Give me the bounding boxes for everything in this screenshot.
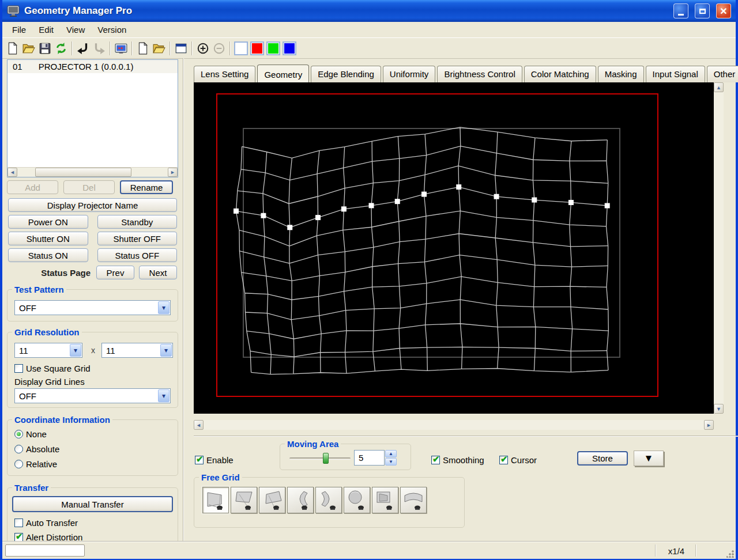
menu-version[interactable]: Version xyxy=(91,23,133,36)
projector-list-scrollbar[interactable]: ◄ ► xyxy=(7,167,178,177)
checkbox-box[interactable]: ✔ xyxy=(14,533,23,542)
projector-list-item[interactable]: 01PROJECTOR 1 (0.0.0.1) xyxy=(7,60,178,73)
spin-up-icon[interactable]: ▲ xyxy=(385,450,397,457)
moving-area-value[interactable]: 5 xyxy=(354,450,385,466)
new-file-icon[interactable] xyxy=(5,40,21,56)
cursor-checkbox[interactable]: ✔ Cursor xyxy=(499,455,537,465)
grid-control-handle[interactable] xyxy=(605,203,610,208)
radio-absolute[interactable]: Absolute xyxy=(14,444,59,454)
smoothing-checkbox[interactable]: ✔ Smoothing xyxy=(431,455,484,465)
radio-circle[interactable] xyxy=(14,430,23,438)
title-bar[interactable]: Geometry Manager Pro ✕ xyxy=(2,0,736,22)
use-square-grid-checkbox[interactable]: ✔ Use Square Grid xyxy=(14,364,91,373)
free-grid-screen-curve-concave-flip-icon[interactable] xyxy=(315,487,342,513)
tab-masking[interactable]: Masking xyxy=(598,66,644,82)
standby-button[interactable]: Standby xyxy=(97,215,178,229)
tab-input-signal[interactable]: Input Signal xyxy=(646,66,705,82)
menu-view[interactable]: View xyxy=(60,23,91,36)
store-dropdown-button[interactable]: ▼ xyxy=(634,451,664,466)
shutter-off-button[interactable]: Shutter OFF xyxy=(97,232,178,245)
tab-brightness-control[interactable]: Brightness Control xyxy=(437,66,522,82)
grid-control-handle[interactable] xyxy=(341,206,347,211)
scroll-track[interactable] xyxy=(204,420,704,430)
chevron-down-icon[interactable]: ▾ xyxy=(160,344,172,357)
radio-none[interactable]: None xyxy=(14,429,47,439)
projector-list[interactable]: 01PROJECTOR 1 (0.0.0.1) ◄ ► xyxy=(7,59,178,177)
scroll-right-icon[interactable]: ► xyxy=(704,420,714,430)
test-color-red[interactable] xyxy=(250,41,264,55)
tab-color-matching[interactable]: Color Matching xyxy=(524,66,596,82)
grid-control-handle[interactable] xyxy=(261,213,266,218)
checkbox-box[interactable]: ✔ xyxy=(195,456,204,464)
scroll-left-icon[interactable]: ◄ xyxy=(7,168,17,177)
chevron-down-icon[interactable]: ▾ xyxy=(158,389,170,402)
grid-control-handle[interactable] xyxy=(287,225,292,230)
scroll-up-icon[interactable]: ▲ xyxy=(714,82,724,92)
zoom-out-icon[interactable] xyxy=(211,40,227,56)
window-layout-icon[interactable] xyxy=(173,40,189,56)
menu-edit[interactable]: Edit xyxy=(32,23,60,36)
chevron-down-icon[interactable]: ▾ xyxy=(158,301,170,314)
canvas-vertical-scrollbar[interactable]: ▲ ▼ xyxy=(714,82,724,414)
rename-button[interactable]: Rename xyxy=(120,180,173,194)
radio-relative[interactable]: Relative xyxy=(14,459,57,469)
enable-checkbox[interactable]: ✔ Enable xyxy=(195,455,234,465)
checkbox-box[interactable]: ✔ xyxy=(499,456,508,464)
display-settings-icon[interactable] xyxy=(113,40,129,56)
save-icon[interactable] xyxy=(37,40,53,56)
free-grid-screen-curve-concave-icon[interactable] xyxy=(287,487,314,513)
chevron-down-icon[interactable]: ▾ xyxy=(70,344,81,357)
refresh-icon[interactable] xyxy=(53,40,69,56)
test-color-green[interactable] xyxy=(266,41,280,55)
del-button[interactable]: Del xyxy=(63,180,115,194)
free-grid-screen-curve-horizontal-icon[interactable] xyxy=(400,487,427,513)
status-page-next-button[interactable]: Next xyxy=(139,266,177,279)
scroll-left-icon[interactable]: ◄ xyxy=(194,420,204,430)
minimize-button[interactable] xyxy=(673,3,688,18)
free-grid-screen-rear-icon[interactable] xyxy=(372,487,398,513)
add-button[interactable]: Add xyxy=(7,180,58,194)
open-project-icon[interactable] xyxy=(151,40,167,56)
status-off-button[interactable]: Status OFF xyxy=(97,248,178,262)
grid-control-handle[interactable] xyxy=(234,209,239,214)
display-projector-name-button[interactable]: Display Projector Name xyxy=(8,198,177,212)
zoom-in-icon[interactable] xyxy=(195,40,211,56)
grid-control-handle[interactable] xyxy=(532,198,537,203)
geometry-canvas[interactable] xyxy=(194,82,714,414)
shutter-on-button[interactable]: Shutter ON xyxy=(8,232,88,245)
slider-thumb[interactable] xyxy=(323,453,329,464)
tab-lens-setting[interactable]: Lens Setting xyxy=(194,66,255,82)
checkbox-box[interactable]: ✔ xyxy=(14,519,23,527)
grid-control-handle[interactable] xyxy=(568,200,574,205)
scroll-thumb[interactable] xyxy=(35,168,131,177)
checkbox-box[interactable]: ✔ xyxy=(431,456,440,464)
resize-grip[interactable] xyxy=(726,550,735,558)
grid-control-handle[interactable] xyxy=(315,215,321,220)
test-color-blue[interactable] xyxy=(283,41,296,55)
free-grid-screen-lean-back-icon[interactable] xyxy=(259,487,285,513)
status-page-prev-button[interactable]: Prev xyxy=(96,266,134,279)
status-on-button[interactable]: Status ON xyxy=(8,248,88,262)
open-file-icon[interactable] xyxy=(21,40,37,56)
display-grid-lines-select[interactable]: OFF ▾ xyxy=(14,388,171,403)
grid-h-select[interactable]: 11 ▾ xyxy=(14,343,82,358)
store-button[interactable]: Store xyxy=(577,451,628,466)
power-on-button[interactable]: Power ON xyxy=(8,215,88,229)
grid-control-handle[interactable] xyxy=(421,192,427,197)
tab-uniformity[interactable]: Uniformity xyxy=(383,66,436,82)
tab-geometry[interactable]: Geometry xyxy=(257,65,309,83)
moving-area-slider[interactable] xyxy=(289,457,351,460)
test-pattern-select[interactable]: OFF ▾ xyxy=(14,300,171,315)
scroll-down-icon[interactable]: ▼ xyxy=(714,404,724,414)
auto-transfer-checkbox[interactable]: ✔ Auto Transfer xyxy=(14,518,78,528)
grid-control-handle[interactable] xyxy=(369,203,374,208)
free-grid-screen-dome-icon[interactable] xyxy=(344,487,370,513)
scroll-track[interactable] xyxy=(17,168,168,177)
manual-transfer-button[interactable]: Manual Transfer xyxy=(12,496,173,512)
free-grid-screen-flat-angle-icon[interactable] xyxy=(202,487,229,513)
redo-icon[interactable] xyxy=(91,40,107,56)
free-grid-screen-flat-tilt-icon[interactable] xyxy=(231,487,257,513)
radio-circle[interactable] xyxy=(14,460,23,468)
scroll-track[interactable] xyxy=(714,92,724,404)
spin-down-icon[interactable]: ▼ xyxy=(385,458,397,466)
